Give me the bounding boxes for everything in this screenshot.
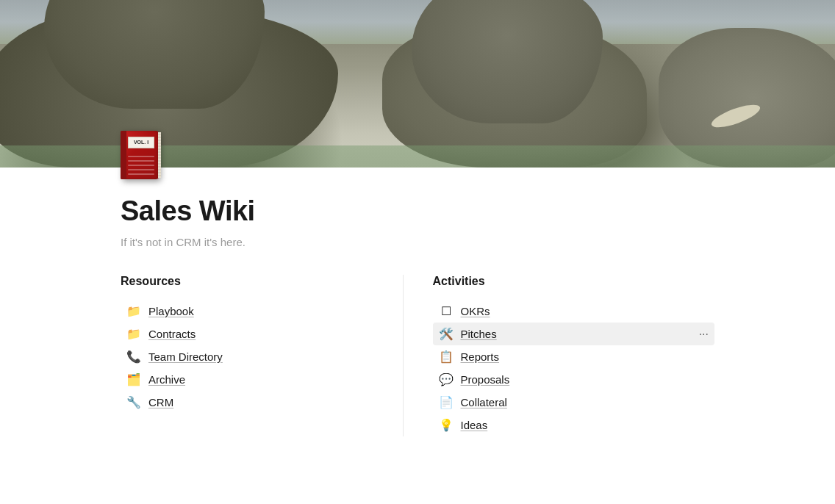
- main-content: Sales Wiki If it's not in CRM it's here.…: [0, 195, 835, 436]
- contracts-icon: 📁: [126, 327, 141, 341]
- ideas-label: Ideas: [461, 419, 488, 431]
- resources-column: Resources 📁 Playbook + ⠿ 📁 Contracts 📞 T…: [121, 275, 403, 436]
- activities-list: ☐ OKRs 🛠️ Pitches ··· 📋 Reports 💬 Propos…: [433, 300, 715, 436]
- playbook-label: Playbook: [148, 305, 194, 317]
- nav-item-playbook[interactable]: 📁 Playbook: [121, 300, 403, 323]
- archive-label: Archive: [148, 373, 185, 386]
- reports-label: Reports: [461, 350, 500, 363]
- pitches-icon: 🛠️: [439, 327, 454, 341]
- activities-column: Activities ☐ OKRs 🛠️ Pitches ··· 📋 Repor…: [433, 275, 715, 436]
- ideas-icon: 💡: [439, 418, 454, 432]
- resources-heading: Resources: [121, 275, 403, 288]
- nav-item-team-directory[interactable]: 📞 Team Directory: [121, 345, 403, 368]
- nav-item-pitches[interactable]: 🛠️ Pitches ···: [433, 323, 715, 345]
- pitches-label: Pitches: [461, 328, 497, 340]
- nav-item-crm[interactable]: 🔧 CRM: [121, 391, 403, 414]
- collateral-icon: 📄: [439, 395, 454, 409]
- crm-label: CRM: [148, 396, 173, 408]
- nav-item-proposals[interactable]: 💬 Proposals: [433, 368, 715, 391]
- book-label: VOL. I: [128, 137, 154, 148]
- book-icon: VOL. I: [121, 131, 163, 182]
- page-icon: VOL. I: [121, 131, 168, 178]
- proposals-label: Proposals: [461, 373, 510, 386]
- column-divider: [403, 275, 404, 436]
- nav-item-ideas[interactable]: 💡 Ideas: [433, 414, 715, 436]
- okrs-icon: ☐: [439, 304, 454, 318]
- nav-item-collateral[interactable]: 📄 Collateral: [433, 391, 715, 414]
- collateral-label: Collateral: [461, 396, 507, 408]
- resources-list: 📁 Playbook + ⠿ 📁 Contracts 📞 Team Direct…: [121, 300, 403, 414]
- columns-layout: Resources 📁 Playbook + ⠿ 📁 Contracts 📞 T…: [121, 275, 714, 436]
- okrs-label: OKRs: [461, 305, 490, 317]
- more-options-button[interactable]: ···: [699, 328, 709, 341]
- nav-item-contracts[interactable]: + ⠿ 📁 Contracts: [121, 323, 403, 345]
- reports-icon: 📋: [439, 350, 454, 364]
- contracts-label: Contracts: [148, 328, 196, 340]
- page-subtitle: If it's not in CRM it's here.: [121, 236, 714, 248]
- nav-item-archive[interactable]: 🗂️ Archive: [121, 368, 403, 391]
- nav-item-reports[interactable]: 📋 Reports: [433, 345, 715, 368]
- proposals-icon: 💬: [439, 372, 454, 386]
- elephant-mid-head: [412, 0, 603, 123]
- page-title: Sales Wiki: [121, 195, 714, 227]
- team-directory-label: Team Directory: [148, 350, 223, 363]
- archive-icon: 🗂️: [126, 372, 141, 386]
- playbook-icon: 📁: [126, 304, 141, 318]
- crm-icon: 🔧: [126, 395, 141, 409]
- activities-heading: Activities: [433, 275, 715, 288]
- nav-item-okrs[interactable]: ☐ OKRs: [433, 300, 715, 323]
- team-directory-icon: 📞: [126, 350, 141, 364]
